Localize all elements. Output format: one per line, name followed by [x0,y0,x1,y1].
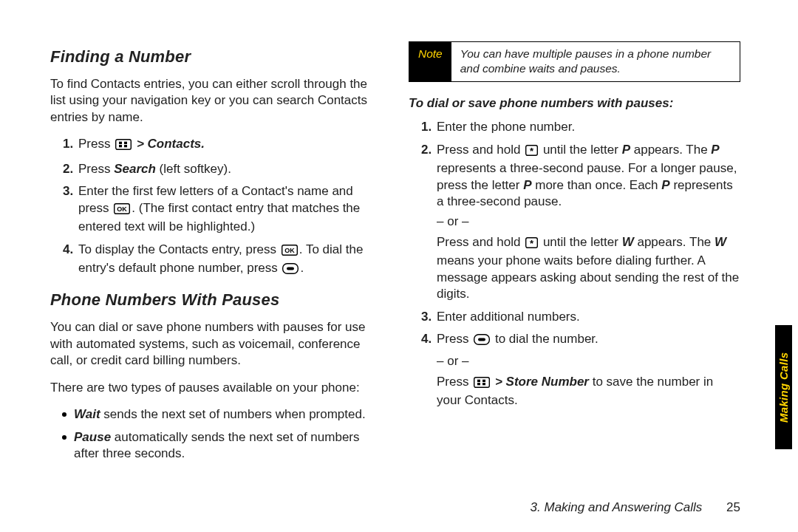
text: Press and hold [437,143,524,157]
pauses-step-2: Press and hold until the letter P appear… [435,142,740,303]
text: means your phone waits before dialing fu… [437,253,739,301]
pauses-step-3: Enter additional numbers. [435,309,740,325]
side-tab: Making Calls [775,325,792,449]
finding-step-2: Press Search (left softkey). [77,161,382,177]
finding-steps: Press > Contacts. Press Search (left sof… [50,136,382,279]
letter-w: W [715,235,726,249]
contacts-path: > Contacts. [137,137,205,151]
text: To display the Contacts entry, press [78,242,280,256]
procedure-heading: To dial or save phone numbers with pause… [409,95,740,112]
pauses-intro: You can dial or save phone numbers with … [50,319,382,369]
pause-types-list: Wait sends the next set of numbers when … [50,406,382,462]
ok-key-icon [282,244,298,260]
star-key-icon [525,144,538,160]
wait-label: Wait [74,407,100,421]
finding-step-1: Press > Contacts. [77,136,382,154]
content-columns: Finding a Number To find Contacts entrie… [0,0,798,468]
pause-label: Pause [74,430,111,444]
letter-p: P [711,143,719,157]
text: Press [437,375,472,389]
text: Enter the phone number. [437,120,575,134]
menu-key-icon [115,138,132,154]
pause-item: Pause automatically sends the next set o… [64,429,382,463]
star-key-icon [525,236,538,253]
letter-w: W [622,235,634,249]
text: automatically sends the next set of numb… [74,430,360,460]
text: Press and hold [437,235,524,249]
text: Press [437,332,472,346]
call-key-icon [474,333,490,349]
letter-p: P [523,178,531,192]
text: Press [78,162,114,176]
or-separator: – or – [437,214,740,230]
right-column: Note You can have multiple pauses in a p… [409,40,740,468]
text: (left softkey). [156,162,231,176]
letter-p: P [661,178,669,192]
call-key-icon [282,262,299,279]
ok-key-icon [114,202,130,219]
text: until the letter [543,235,622,249]
heading-finding-a-number: Finding a Number [50,46,382,67]
page-number: 25 [726,500,740,514]
section-title: 3. Making and Answering Calls [531,500,703,514]
text: to dial the number. [495,332,598,346]
letter-p: P [622,143,630,157]
menu-key-icon [474,376,490,392]
note-box: Note You can have multiple pauses in a p… [409,41,740,82]
finding-intro: To find Contacts entries, you can either… [50,76,382,126]
search-softkey-label: Search [114,162,156,176]
text: sends the next set of numbers when promp… [100,407,366,421]
finding-step-4: To display the Contacts entry, press . T… [77,242,382,279]
text: Enter additional numbers. [437,310,580,324]
manual-page: Finding a Number To find Contacts entrie… [0,0,798,532]
note-label: Note [409,42,451,81]
text: appears. The [637,235,715,249]
text: . [300,261,304,275]
left-column: Finding a Number To find Contacts entrie… [50,40,382,468]
text: until the letter [543,143,622,157]
note-text: You can have multiple pauses in a phone … [451,42,740,81]
pauses-steps: Enter the phone number. Press and hold u… [409,119,740,409]
pauses-step-4: Press to dial the number. – or – Press >… [435,331,740,409]
page-footer: 3. Making and Answering Calls 25 [531,499,740,516]
text: Press [78,137,114,151]
pauses-step-1: Enter the phone number. [435,119,740,135]
or-separator: – or – [437,353,740,369]
pauses-types-lead: There are two types of pauses available … [50,380,382,396]
wait-item: Wait sends the next set of numbers when … [64,406,382,423]
text: more than once. Each [535,178,661,192]
store-number-path: > Store Number [495,375,589,389]
heading-phone-numbers-with-pauses: Phone Numbers With Pauses [50,289,382,310]
text: appears. The [634,143,712,157]
finding-step-3: Enter the first few letters of a Contact… [77,183,382,235]
